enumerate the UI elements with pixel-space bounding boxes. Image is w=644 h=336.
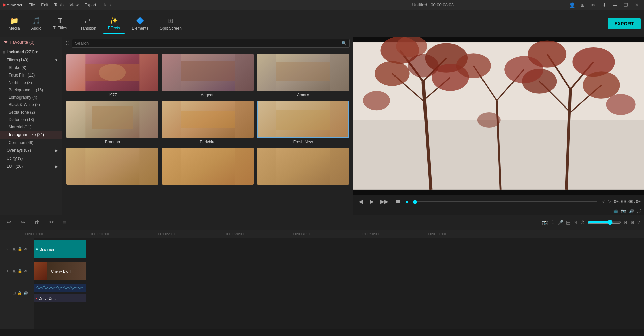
download-icon[interactable]: ⬇ <box>600 1 608 9</box>
grid-view-button[interactable]: ⠿ <box>66 41 69 46</box>
export-button[interactable]: EXPORT <box>608 18 641 29</box>
minimize-button[interactable]: — <box>611 1 619 9</box>
stop-button[interactable]: ⏹ <box>393 198 403 205</box>
favourite-item[interactable]: ❤ Favourite (0) <box>0 37 62 48</box>
track1a-grid-icon[interactable]: ⊞ <box>13 291 16 295</box>
black-white-item[interactable]: Black & White (2) <box>0 101 62 109</box>
effects-panel: ⠿ 🔍 <box>62 37 353 215</box>
track-label-1-audio: 1 ⊞ 🔒 🔊 <box>0 282 34 304</box>
included-section[interactable]: ⊞ Included (271) ▼ <box>0 48 62 56</box>
toolbar-transition[interactable]: ⇄ Transition <box>73 14 101 33</box>
svg-point-29 <box>408 54 439 78</box>
toolbar-effects[interactable]: ✨ Effects <box>103 13 125 34</box>
track1v-grid-icon[interactable]: ⊞ <box>13 269 16 273</box>
preview-tool-row: 📺 📷 🔊 ⛶ <box>353 207 644 215</box>
nav-next-icon[interactable]: ▷ <box>608 199 611 204</box>
effect-row3-2[interactable] <box>162 148 254 186</box>
camera-icon[interactable]: 📷 <box>542 220 548 225</box>
clip-audio[interactable] <box>34 284 86 292</box>
track1a-lock-icon[interactable]: 🔒 <box>17 291 22 295</box>
zoom-out-icon[interactable]: ⊖ <box>624 220 628 225</box>
effect-fresh-new[interactable]: Fresh New <box>257 101 349 144</box>
toolbar-audio[interactable]: 🎵 Audio <box>26 14 47 33</box>
menu-file[interactable]: File <box>29 3 35 7</box>
effect-brannan[interactable]: Brannan <box>66 101 158 144</box>
toolbar-elements[interactable]: 🔷 Elements <box>126 14 154 33</box>
shield-icon[interactable]: 🛡 <box>550 220 555 225</box>
effect-earlybird[interactable]: Earlybird <box>162 101 254 144</box>
toolbar-splitscreen[interactable]: ⊞ Split Screen <box>154 14 187 33</box>
menu-view[interactable]: View <box>70 3 79 7</box>
effect-aegean[interactable]: Aegean <box>162 54 254 97</box>
search-icon[interactable]: 🔍 <box>341 41 347 46</box>
volume-icon[interactable]: 🔊 <box>629 209 634 213</box>
track1v-lock-icon[interactable]: 🔒 <box>18 269 22 273</box>
heart-icon: ❤ <box>4 40 8 45</box>
zoom-in-icon[interactable]: ⊕ <box>631 220 635 225</box>
material-item[interactable]: Material (11) <box>0 123 62 131</box>
clip-cherry[interactable]: Cherry Blo Tr <box>34 262 86 280</box>
effect-row3-3[interactable] <box>257 148 349 186</box>
redo-button[interactable]: ↪ <box>18 218 28 227</box>
track1v-eye-icon[interactable]: 👁 <box>24 269 27 273</box>
maximize-button[interactable]: ❐ <box>622 1 630 9</box>
effect-name-brannan: Brannan <box>66 140 158 144</box>
pip-icon[interactable]: ⊡ <box>573 220 577 225</box>
play-button[interactable]: ▶ <box>368 197 376 205</box>
night-life-item[interactable]: Night Life (3) <box>0 79 62 86</box>
overlays-item[interactable]: Overlays (87) ▶ <box>0 146 62 154</box>
filters-item[interactable]: Filters (149) ▼ <box>0 56 62 64</box>
timeline-ruler: 00:00:00:00 00:00:10:00 00:00:20:00 00:0… <box>0 230 644 238</box>
lomography-item[interactable]: Lomography (4) <box>0 94 62 101</box>
settings-button[interactable]: ≡ <box>60 218 69 227</box>
effect-row3-1[interactable] <box>66 148 158 186</box>
user-icon[interactable]: 👤 <box>568 1 576 9</box>
clip-drift[interactable]: ● Drift · Drift <box>34 294 86 302</box>
delete-button[interactable]: 🗑 <box>32 218 42 227</box>
close-button[interactable]: ✕ <box>633 1 641 9</box>
subtitle-icon[interactable]: ▤ <box>566 220 570 225</box>
mic-icon[interactable]: 🎤 <box>558 220 563 225</box>
background-item[interactable]: Background ... (16) <box>0 86 62 94</box>
screenshot-icon[interactable]: 📷 <box>621 209 626 213</box>
collapse-arrow: ▼ <box>35 50 39 54</box>
menu-help[interactable]: Help <box>102 3 111 7</box>
search-input[interactable] <box>75 41 339 46</box>
menu-edit[interactable]: Edit <box>41 3 48 7</box>
instagram-like-item[interactable]: Instagram-Like (24) <box>0 131 62 139</box>
menu-tools[interactable]: Tools <box>54 3 64 7</box>
toolbar-titles[interactable]: T TI Titles <box>48 14 72 33</box>
lut-item[interactable]: LUT (26) ▶ <box>0 162 62 171</box>
effect-amaro[interactable]: Amaro <box>257 54 349 97</box>
distortion-item[interactable]: Distortion (18) <box>0 116 62 123</box>
track1a-vol-icon[interactable]: 🔊 <box>23 291 28 295</box>
zoom-slider[interactable] <box>587 220 621 225</box>
sepia-tone-item[interactable]: Sepia Tone (2) <box>0 109 62 116</box>
layout-icon[interactable]: ⊞ <box>579 1 587 9</box>
resolution-icon[interactable]: 📺 <box>613 209 618 213</box>
timeline: 00:00:00:00 00:00:10:00 00:00:20:00 00:0… <box>0 230 644 329</box>
track2-eye-icon[interactable]: 👁 <box>24 247 27 251</box>
help-icon[interactable]: ? <box>637 220 640 225</box>
mail-icon[interactable]: ✉ <box>589 1 597 9</box>
faux-film-item[interactable]: Faux Film (12) <box>0 71 62 79</box>
track2-lock-icon[interactable]: 🔒 <box>18 247 22 251</box>
common-item[interactable]: Common (49) <box>0 139 62 146</box>
utility-item[interactable]: Utility (9) <box>0 154 62 162</box>
nav-prev-icon[interactable]: ◁ <box>602 199 605 204</box>
clock-icon[interactable]: ⏱ <box>580 220 585 225</box>
shake-item[interactable]: Shake (8) <box>0 64 62 71</box>
cut-button[interactable]: ✂ <box>47 218 56 227</box>
effect-thumb-row3-2 <box>162 148 254 185</box>
prev-frame-button[interactable]: ◀ <box>357 197 365 205</box>
track2-grid-icon[interactable]: ⊞ <box>13 247 16 251</box>
undo-button[interactable]: ↩ <box>4 218 14 227</box>
effects-grid: 1977 <box>62 50 353 190</box>
clip-brannan-effect[interactable]: ✱ Brannan <box>34 240 86 258</box>
pause-play-button[interactable]: ▶▶ <box>378 197 390 205</box>
left-panel: ❤ Favourite (0) ⊞ Included (271) ▼ Filte… <box>0 37 62 215</box>
fullscreen-icon[interactable]: ⛶ <box>637 209 641 213</box>
menu-export[interactable]: Export <box>85 3 96 7</box>
effect-1977[interactable]: 1977 <box>66 54 158 97</box>
toolbar-media[interactable]: 📁 Media <box>3 14 25 33</box>
